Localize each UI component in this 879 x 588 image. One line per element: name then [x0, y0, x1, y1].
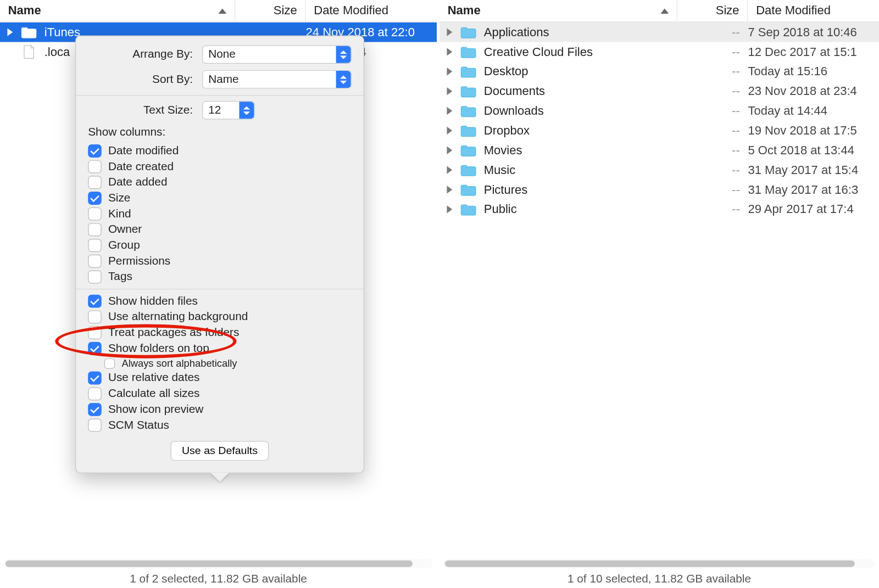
right-horizontal-scrollbar[interactable] — [443, 559, 875, 568]
checkbox-box — [88, 223, 101, 236]
left-horizontal-scrollbar[interactable] — [4, 559, 432, 568]
file-size: -- — [677, 85, 748, 98]
option-checkbox[interactable]: Use alternating background — [88, 310, 352, 323]
disclosure-triangle-icon[interactable] — [439, 186, 460, 193]
column-header-name-label: Name — [8, 4, 41, 18]
folder-icon — [460, 202, 477, 216]
column-header-size[interactable]: Size — [235, 0, 305, 21]
option-checkbox[interactable]: Show hidden files — [88, 295, 352, 308]
column-header-date-label: Date Modified — [756, 4, 831, 18]
file-icon — [20, 44, 38, 59]
checkbox-label: Owner — [108, 223, 142, 236]
file-row[interactable]: Public--29 Apr 2017 at 17:4 — [439, 199, 879, 219]
checkbox-box — [88, 326, 101, 339]
folder-icon — [460, 104, 477, 118]
file-name: Public — [484, 203, 677, 216]
divider — [76, 95, 364, 96]
file-date: 29 Apr 2017 at 17:4 — [748, 203, 879, 216]
file-size: -- — [677, 65, 748, 79]
right-status-bar: 1 of 10 selected, 11.82 GB available — [439, 571, 879, 588]
folder-icon — [460, 143, 477, 158]
file-size: -- — [677, 25, 748, 39]
file-row[interactable]: Applications--7 Sep 2018 at 10:46 — [439, 23, 879, 42]
scrollbar-thumb[interactable] — [5, 561, 413, 567]
checkbox-box — [88, 295, 101, 308]
checkbox-box — [88, 176, 101, 189]
folder-icon — [20, 25, 38, 39]
file-size: -- — [677, 183, 748, 197]
option-checkbox[interactable]: Use relative dates — [88, 372, 352, 385]
option-checkbox[interactable]: Show folders on top — [88, 342, 352, 355]
disclosure-triangle-icon[interactable] — [439, 28, 460, 36]
file-size: -- — [677, 203, 748, 216]
file-row[interactable]: Dropbox--19 Nov 2018 at 17:5 — [439, 121, 879, 141]
sort-by-value: Name — [208, 73, 238, 86]
column-header-name[interactable]: Name — [0, 0, 235, 21]
disclosure-triangle-icon[interactable] — [439, 48, 460, 55]
checkbox-label: Use alternating background — [108, 310, 248, 323]
left-status-bar: 1 of 2 selected, 11.82 GB available — [0, 571, 437, 588]
file-row[interactable]: Pictures--31 May 2017 at 16:3 — [439, 180, 879, 200]
checkbox-label: Date added — [108, 176, 168, 189]
column-header-name-label: Name — [448, 4, 481, 18]
option-checkbox[interactable]: SCM Status — [88, 419, 352, 432]
checkbox-label: Show icon preview — [108, 403, 203, 416]
disclosure-triangle-icon[interactable] — [439, 87, 460, 95]
sort-by-select[interactable]: Name — [202, 70, 352, 88]
file-name: Pictures — [484, 183, 677, 197]
checkbox-label: Permissions — [108, 255, 170, 268]
file-row[interactable]: Documents--23 Nov 2018 at 23:4 — [439, 81, 879, 101]
column-checkbox[interactable]: Tags — [88, 270, 352, 283]
scrollbar-thumb[interactable] — [445, 561, 855, 567]
file-row[interactable]: Creative Cloud Files--12 Dec 2017 at 15:… — [439, 42, 879, 62]
column-checkbox[interactable]: Owner — [88, 223, 352, 236]
column-header-name[interactable]: Name — [439, 0, 677, 21]
file-row[interactable]: Downloads--Today at 14:44 — [439, 101, 879, 121]
column-checkbox[interactable]: Date added — [88, 176, 352, 189]
column-checkbox[interactable]: Date created — [88, 160, 352, 173]
folder-icon — [460, 182, 477, 197]
arrange-by-select[interactable]: None — [202, 45, 352, 63]
sort-caret-icon — [219, 8, 227, 14]
stepper-icon — [239, 102, 254, 119]
right-column-header: Name Size Date Modified — [439, 0, 879, 23]
option-checkbox[interactable]: Calculate all sizes — [88, 387, 352, 400]
folder-icon — [460, 84, 477, 98]
show-columns-label: Show columns: — [88, 126, 352, 139]
file-date: 23 Nov 2018 at 23:4 — [748, 85, 879, 98]
use-as-defaults-button[interactable]: Use as Defaults — [170, 441, 269, 461]
file-size: -- — [677, 163, 748, 177]
right-file-list: Applications--7 Sep 2018 at 10:46Creativ… — [439, 23, 879, 559]
file-row[interactable]: Music--31 May 2017 at 15:4 — [439, 160, 879, 180]
checkbox-box — [88, 192, 101, 205]
option-checkbox[interactable]: Show icon preview — [88, 403, 352, 416]
file-name: Applications — [484, 25, 677, 39]
always-sort-alpha-checkbox[interactable]: Always sort alphabetically — [104, 357, 352, 368]
file-name: Movies — [484, 143, 677, 157]
checkbox-box — [88, 419, 101, 432]
text-size-select[interactable]: 12 — [202, 101, 254, 119]
checkbox-label: SCM Status — [108, 419, 169, 432]
disclosure-triangle-icon[interactable] — [439, 147, 460, 154]
column-checkbox[interactable]: Date modified — [88, 144, 352, 158]
disclosure-triangle-icon[interactable] — [439, 166, 460, 173]
column-header-date[interactable]: Date Modified — [306, 0, 437, 21]
column-header-size[interactable]: Size — [677, 0, 748, 21]
file-row[interactable]: Desktop--Today at 15:16 — [439, 61, 879, 81]
disclosure-triangle-icon[interactable] — [439, 127, 460, 135]
stepper-icon — [336, 46, 351, 63]
text-size-value: 12 — [208, 104, 221, 117]
column-header-date[interactable]: Date Modified — [748, 0, 879, 21]
checkbox-box — [88, 310, 101, 323]
column-header-date-label: Date Modified — [314, 4, 388, 18]
disclosure-triangle-icon[interactable] — [0, 28, 20, 36]
disclosure-triangle-icon[interactable] — [439, 107, 460, 115]
disclosure-triangle-icon[interactable] — [439, 205, 460, 213]
file-row[interactable]: Movies--5 Oct 2018 at 13:44 — [439, 141, 879, 160]
column-checkbox[interactable]: Size — [88, 192, 352, 205]
disclosure-triangle-icon[interactable] — [439, 68, 460, 75]
column-checkbox[interactable]: Kind — [88, 208, 352, 221]
column-checkbox[interactable]: Group — [88, 239, 352, 252]
option-checkbox[interactable]: Treat packages as folders — [88, 326, 352, 339]
column-checkbox[interactable]: Permissions — [88, 255, 352, 268]
